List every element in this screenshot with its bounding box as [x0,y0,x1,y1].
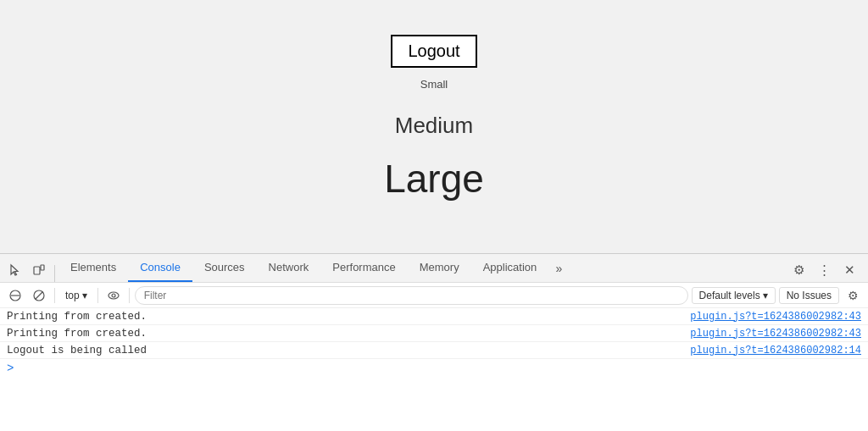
console-separator-2 [97,288,98,303]
console-prompt[interactable]: > [0,359,868,378]
tab-performance[interactable]: Performance [320,254,407,282]
levels-chevron-icon: ▾ [763,290,768,301]
tab-separator-left [54,265,55,282]
page-content: Logout Small Medium Large [0,0,868,253]
console-separator-1 [54,288,55,303]
svg-rect-0 [34,267,40,274]
clear-console-button[interactable] [5,285,25,306]
tab-elements[interactable]: Elements [58,254,128,282]
svg-line-5 [36,291,43,299]
console-line-1: Printing from created. plugin.js?t=16243… [0,308,868,325]
tab-application[interactable]: Application [471,254,549,282]
medium-label: Medium [395,113,473,139]
svg-point-7 [112,294,115,297]
more-options-icon[interactable]: ⋮ [812,258,836,282]
small-label: Small [420,78,448,91]
more-tabs-button[interactable]: » [548,254,569,282]
console-separator-3 [129,288,130,303]
ban-button[interactable] [29,285,49,306]
chevron-down-icon: ▾ [82,290,87,301]
device-toolbar-icon[interactable] [27,258,51,282]
console-text-1: Printing from created. [7,311,147,323]
no-issues-button[interactable]: No Issues [779,287,839,304]
console-filter-input[interactable] [135,286,688,305]
tab-sources[interactable]: Sources [192,254,257,282]
svg-point-6 [108,292,119,299]
svg-rect-1 [41,265,44,270]
devtools-right-icons: ⚙ ⋮ ✕ [787,258,865,282]
large-label: Large [384,156,484,202]
devtools-panel: Elements Console Sources Network Perform… [0,253,868,431]
console-settings-icon[interactable]: ⚙ [843,285,863,306]
console-output: Printing from created. plugin.js?t=16243… [0,308,868,431]
tab-console[interactable]: Console [128,254,192,282]
default-levels-button[interactable]: Default levels ▾ [692,287,776,304]
console-source-1[interactable]: plugin.js?t=1624386002982:43 [690,311,861,323]
eye-icon[interactable] [103,285,124,306]
console-text-2: Printing from created. [7,328,147,340]
cursor-icon[interactable] [3,258,27,282]
close-devtools-icon[interactable]: ✕ [837,258,861,282]
console-line-2: Printing from created. plugin.js?t=16243… [0,325,868,342]
console-text-3: Logout is being called [7,345,147,356]
prompt-icon: > [7,362,14,375]
settings-icon[interactable]: ⚙ [787,258,810,282]
console-toolbar: top ▾ Default levels ▾ No Issues ⚙ [0,283,868,308]
devtools-tabs-bar: Elements Console Sources Network Perform… [0,254,868,283]
tab-network[interactable]: Network [257,254,321,282]
context-selector[interactable]: top ▾ [60,288,92,303]
tab-memory[interactable]: Memory [408,254,471,282]
console-line-3: Logout is being called plugin.js?t=16243… [0,342,868,359]
console-source-3[interactable]: plugin.js?t=1624386002982:14 [690,345,861,356]
logout-button[interactable]: Logout [391,35,476,68]
console-source-2[interactable]: plugin.js?t=1624386002982:43 [690,328,861,340]
